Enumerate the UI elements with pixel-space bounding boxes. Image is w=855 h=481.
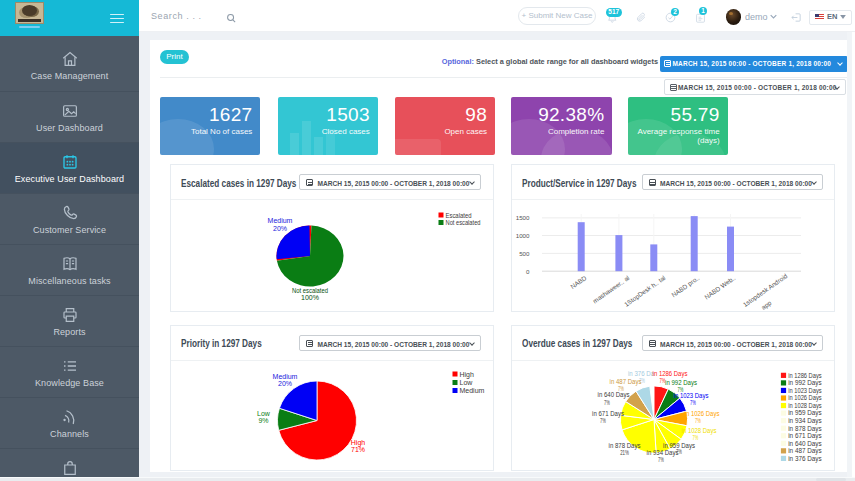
svg-text:7%: 7% (600, 417, 606, 424)
svg-text:in 1026 Days: in 1026 Days (685, 410, 720, 418)
svg-text:in 487 Days: in 487 Days (610, 378, 643, 386)
svg-text:NABD: NABD (569, 274, 588, 290)
svg-text:Not escalated: Not escalated (292, 287, 328, 294)
svg-text:in 640 Days: in 640 Days (598, 391, 631, 399)
svg-text:21%: 21% (620, 449, 629, 456)
svg-text:20%: 20% (278, 380, 292, 387)
svg-text:71%: 71% (351, 446, 365, 453)
svg-text:in 376 Days: in 376 Days (788, 455, 822, 463)
svg-text:7%: 7% (658, 456, 664, 463)
svg-text:500: 500 (519, 250, 530, 257)
svg-text:Low: Low (257, 410, 271, 417)
svg-text:100%: 100% (301, 294, 319, 301)
svg-text:7%: 7% (695, 417, 701, 424)
svg-text:NABD Web..: NABD Web.. (703, 274, 737, 301)
svg-text:Escalated: Escalated (446, 212, 472, 219)
svg-text:High: High (460, 371, 475, 379)
svg-text:Not escalated: Not escalated (446, 219, 481, 226)
svg-text:NABD pro..: NABD pro.. (670, 274, 701, 299)
svg-text:9%: 9% (258, 417, 268, 424)
svg-text:20%: 20% (273, 225, 287, 232)
svg-text:Medium: Medium (460, 387, 485, 394)
svg-text:7%: 7% (690, 399, 696, 406)
svg-text:in 1028 Days: in 1028 Days (682, 427, 717, 435)
svg-text:7%: 7% (618, 385, 624, 392)
svg-text:in 1286 Days: in 1286 Days (653, 370, 688, 378)
svg-text:0: 0 (526, 268, 530, 275)
svg-text:1000: 1000 (516, 232, 530, 239)
svg-text:Medium: Medium (268, 217, 293, 224)
svg-text:app: app (760, 299, 774, 311)
svg-text:Medium: Medium (273, 373, 298, 380)
svg-text:7%: 7% (693, 434, 699, 441)
svg-text:Low: Low (460, 379, 474, 386)
svg-text:1500: 1500 (516, 214, 530, 221)
svg-text:in 671 Days: in 671 Days (592, 410, 625, 418)
svg-text:7%: 7% (604, 399, 610, 406)
